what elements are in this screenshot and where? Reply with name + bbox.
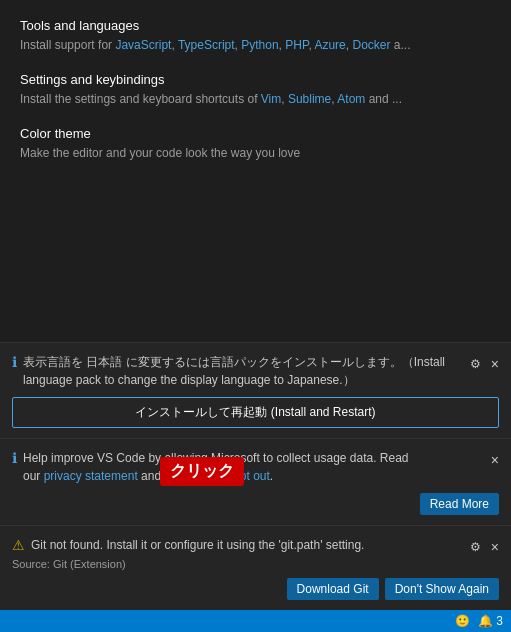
smiley-status[interactable]: 🙂: [455, 614, 470, 628]
link-azure[interactable]: Azure: [314, 38, 345, 52]
settings-desc: Install the settings and keyboard shortc…: [20, 90, 491, 108]
language-pack-header: ℹ 表示言語を 日本語 に変更するには言語パックをインストールします。（Inst…: [12, 353, 499, 389]
welcome-item-tools: Tools and languages Install support for …: [20, 18, 491, 54]
status-bar: 🙂 🔔 3: [0, 610, 511, 632]
link-php[interactable]: PHP: [285, 38, 308, 52]
theme-desc: Make the editor and your code look the w…: [20, 144, 491, 162]
usage-data-buttons: Read More: [12, 493, 499, 515]
git-not-found-text: Git not found. Install it or configure i…: [31, 536, 449, 554]
notifications-wrapper: ℹ 表示言語を 日本語 に変更するには言語パックをインストールします。（Inst…: [0, 342, 511, 610]
download-git-button[interactable]: Download Git: [287, 578, 379, 600]
opt-out-link[interactable]: opt out: [233, 469, 270, 483]
link-typescript[interactable]: TypeScript: [178, 38, 235, 52]
welcome-section: Tools and languages Install support for …: [0, 0, 511, 162]
settings-title: Settings and keybindings: [20, 72, 491, 87]
link-javascript[interactable]: JavaScript: [115, 38, 171, 52]
dont-show-again-button[interactable]: Don't Show Again: [385, 578, 499, 600]
usage-data-close-button[interactable]: ×: [489, 453, 501, 467]
language-pack-actions: ⚙ ×: [468, 357, 501, 371]
info-icon-usage: ℹ: [12, 450, 17, 485]
git-actions: ⚙ ×: [468, 540, 501, 554]
usage-data-text: Help improve VS Code by allowing Microso…: [23, 449, 419, 485]
link-vim[interactable]: Vim: [261, 92, 281, 106]
bell-count: 3: [496, 614, 503, 628]
git-buttons: Download Git Don't Show Again: [12, 578, 499, 600]
welcome-item-settings: Settings and keybindings Install the set…: [20, 72, 491, 108]
language-pack-text: 表示言語を 日本語 に変更するには言語パックをインストールします。（Instal…: [23, 353, 459, 389]
link-docker[interactable]: Docker: [352, 38, 390, 52]
git-gear-button[interactable]: ⚙: [468, 540, 483, 554]
privacy-statement-link[interactable]: privacy statement: [44, 469, 138, 483]
tools-desc: Install support for JavaScript, TypeScri…: [20, 36, 491, 54]
link-sublime[interactable]: Sublime: [288, 92, 331, 106]
install-restart-button[interactable]: インストールして再起動 (Install and Restart): [12, 397, 499, 428]
language-pack-notification: ℹ 表示言語を 日本語 に変更するには言語パックをインストールします。（Inst…: [0, 342, 511, 438]
info-icon-language: ℹ: [12, 354, 17, 370]
language-pack-gear-button[interactable]: ⚙: [468, 357, 483, 371]
bell-icon: 🔔: [478, 614, 493, 628]
usage-data-actions: ×: [489, 453, 501, 467]
link-python[interactable]: Python: [241, 38, 278, 52]
tools-title: Tools and languages: [20, 18, 491, 33]
read-more-button[interactable]: Read More: [420, 493, 499, 515]
usage-data-notification: ℹ Help improve VS Code by allowing Micro…: [0, 438, 511, 525]
welcome-item-theme: Color theme Make the editor and your cod…: [20, 126, 491, 162]
editor-area: Tools and languages Install support for …: [0, 0, 511, 632]
git-source-label: Source: Git (Extension): [12, 558, 499, 570]
bell-status[interactable]: 🔔 3: [478, 614, 503, 628]
git-close-button[interactable]: ×: [489, 540, 501, 554]
link-atom[interactable]: Atom: [337, 92, 365, 106]
language-pack-close-button[interactable]: ×: [489, 357, 501, 371]
warning-icon-git: ⚠: [12, 537, 25, 554]
theme-title: Color theme: [20, 126, 491, 141]
git-not-found-notification: ⚠ Git not found. Install it or configure…: [0, 525, 511, 610]
